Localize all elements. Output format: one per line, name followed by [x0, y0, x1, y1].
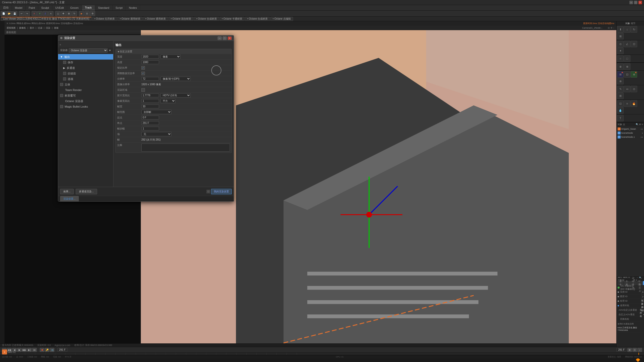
object-tree[interactable]: ◇ Origami_Swan ●● ⬡ SceneNode ● ⬡ SceneN…: [617, 126, 644, 277]
tab-standard[interactable]: Standard: [95, 5, 113, 10]
add-icon[interactable]: ⊕: [617, 63, 624, 70]
move2-icon[interactable]: ⇔: [624, 86, 630, 92]
redo-btn[interactable]: ↪: [25, 11, 30, 16]
tl-sound-btn[interactable]: ♪: [637, 348, 642, 352]
camera-label[interactable]: 摄像机: [19, 26, 26, 30]
auto-key-btn[interactable]: 🔑: [45, 348, 49, 352]
octane-comp-tab[interactable]: • Octane 合成材质: [194, 17, 219, 21]
octane-mat1-tab[interactable]: • Octane 元浮材质: [92, 17, 117, 21]
stop-icon[interactable]: ⊗: [617, 78, 624, 84]
aa-checkbox[interactable]: [63, 72, 66, 75]
tl-mode-btn1[interactable]: ⊞: [627, 348, 632, 352]
end-input[interactable]: [141, 121, 159, 125]
rpanel-tab-objects[interactable]: 对象: [625, 22, 630, 25]
new-btn[interactable]: 📄: [1, 11, 6, 16]
move-up-icon[interactable]: ⬆: [617, 26, 624, 33]
nav-save[interactable]: 保存: [58, 60, 113, 65]
water-icon[interactable]: 💧: [617, 107, 624, 114]
tab-groom[interactable]: Groom: [67, 5, 82, 10]
group-icon[interactable]: ⊞: [617, 93, 624, 99]
move-btn[interactable]: ✥: [61, 11, 66, 16]
car-icon[interactable]: □: [624, 55, 630, 62]
lock-ratio-checkbox[interactable]: [141, 66, 145, 70]
tab-track[interactable]: Track: [82, 5, 95, 10]
nav-output[interactable]: ▼ 输出: [58, 54, 113, 60]
z-axis-btn[interactable]: Z: [43, 11, 48, 16]
pixel-aspect-input[interactable]: [141, 99, 159, 103]
attract-icon[interactable]: ⊙: [617, 41, 624, 47]
render-settings-btn[interactable]: ⚙: [90, 11, 95, 16]
annotate-icon[interactable]: ✎: [617, 86, 624, 92]
render-settings-dialog[interactable]: ⚙ 渲染设置 ─ □ ✕ ≡ 渲染器 Octane 渲染器: [58, 35, 234, 202]
layer-id-input[interactable]: [641, 295, 644, 298]
render-settings-bottom-btn[interactable]: 渲染设置...: [60, 196, 79, 202]
record-btn[interactable]: ⏺: [40, 348, 44, 352]
render-label[interactable]: 渲染: [46, 26, 50, 30]
film-aspect-input[interactable]: [141, 94, 159, 97]
panel-label[interactable]: 面板: [54, 26, 59, 30]
network-icon[interactable]: ⊗: [624, 63, 630, 70]
film-aspect-preset[interactable]: HDTV (16:9): [160, 93, 191, 98]
octane-point-tab[interactable]: • Octane 点编辑: [270, 17, 293, 21]
framerate-input[interactable]: [141, 105, 159, 108]
mat-checkbox[interactable]: [60, 94, 63, 97]
combine-icon[interactable]: ⊙: [631, 86, 637, 92]
x-axis-btn[interactable]: X: [32, 11, 37, 16]
start-input[interactable]: [141, 116, 159, 119]
tab-script[interactable]: Script: [112, 5, 126, 10]
resolution-unit[interactable]: 像素/英寸(DPI): [160, 77, 191, 81]
scatter-icon[interactable]: ⊡: [624, 71, 630, 78]
frame-range-select[interactable]: 全部帧: [141, 110, 172, 114]
rpanel-tab-detail[interactable]: 细节: [631, 22, 635, 25]
dialog-minimize[interactable]: ─: [218, 36, 222, 40]
obj-origami-swan[interactable]: ◇ Origami_Swan ●●: [617, 127, 643, 131]
tab-sculpt[interactable]: Sculpt: [38, 5, 52, 10]
render-btn[interactable]: ▶: [79, 11, 84, 16]
save-btn[interactable]: 💾: [12, 11, 17, 16]
tab-nodes[interactable]: Nodes: [126, 5, 140, 10]
stereo-checkbox[interactable]: [60, 83, 63, 86]
angle-icon[interactable]: ∠: [624, 41, 630, 47]
track-motion-btn[interactable]: 📹: [50, 348, 54, 352]
tab-uvedit[interactable]: UVEdit: [52, 5, 67, 10]
pin-icon[interactable]: ✦: [617, 48, 624, 54]
height-input[interactable]: [141, 60, 159, 64]
play-forward-btn[interactable]: ▶▶: [22, 348, 27, 352]
scale-btn[interactable]: ⊞: [66, 11, 71, 16]
nav-options[interactable]: 选项: [58, 76, 113, 82]
layer-icon[interactable]: ≡: [624, 100, 630, 107]
rotate-btn[interactable]: ↻: [72, 11, 77, 16]
opt-checkbox[interactable]: [63, 77, 66, 80]
multi-icon[interactable]: ⊕: [631, 71, 637, 78]
frame-step-input[interactable]: [141, 127, 159, 130]
multichannel-btn[interactable]: 多通道渲染...: [76, 189, 97, 194]
tl-mode-btn2[interactable]: ⊡: [632, 348, 637, 352]
close-btn[interactable]: ✕: [638, 1, 642, 4]
capture-icon[interactable]: ⊡: [617, 100, 624, 107]
octane-comp2-tab[interactable]: • Octane 合成材质: [245, 17, 270, 21]
field-select[interactable]: 无: [141, 132, 172, 136]
width-unit[interactable]: 像素: [160, 55, 181, 59]
live-viewer-tab[interactable]: Live Viewer 2023.1.3-[R4] K921工作室文化 微信 T…: [1, 17, 92, 21]
render-region-checkbox[interactable]: [141, 88, 145, 92]
type-icon[interactable]: T: [617, 115, 624, 121]
undo-btn[interactable]: ↩: [19, 11, 24, 16]
spawn-icon[interactable]: ⊞: [617, 71, 624, 78]
width-input[interactable]: [141, 55, 159, 59]
tab-paint[interactable]: Paint: [26, 5, 38, 10]
y-axis-btn[interactable]: Y: [37, 11, 42, 16]
nav-multichannel[interactable]: ▶ 多通道: [58, 65, 113, 71]
effects-btn[interactable]: 效果...: [60, 189, 74, 194]
save-checkbox[interactable]: [63, 61, 66, 64]
display-label[interactable]: 显示: [30, 26, 34, 30]
octane-mat3-tab[interactable]: • Octane 通用材质: [143, 17, 168, 21]
filter-label[interactable]: 过滤: [38, 26, 42, 30]
view-label[interactable]: 通视视图: [7, 26, 16, 30]
nav-octane[interactable]: ▶ Octane 渲染器: [58, 98, 113, 104]
dialog-maximize[interactable]: □: [223, 36, 227, 40]
open-btn[interactable]: 📂: [7, 11, 12, 16]
sphere-icon[interactable]: ○: [617, 55, 624, 62]
obj-scenenode[interactable]: ⬡ SceneNode ●: [617, 131, 643, 135]
rotate-icon[interactable]: ↻: [631, 26, 637, 33]
select-btn[interactable]: ◻: [55, 11, 60, 16]
